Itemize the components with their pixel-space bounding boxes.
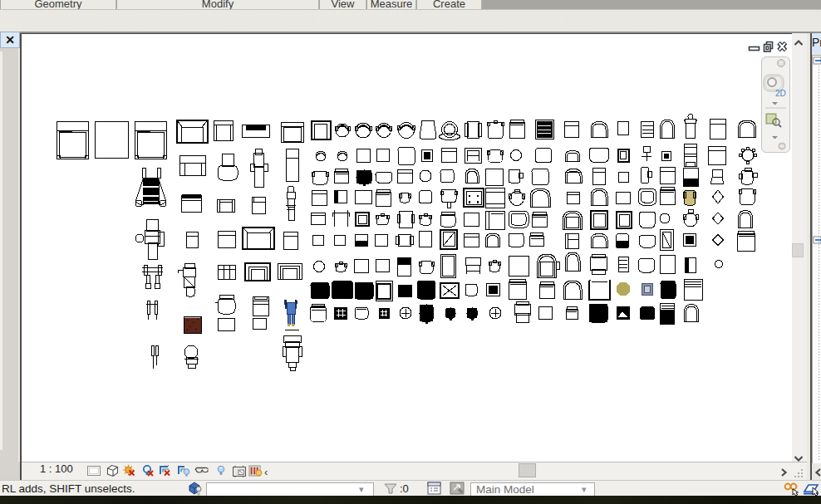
svg-text:2D: 2D (775, 89, 786, 98)
